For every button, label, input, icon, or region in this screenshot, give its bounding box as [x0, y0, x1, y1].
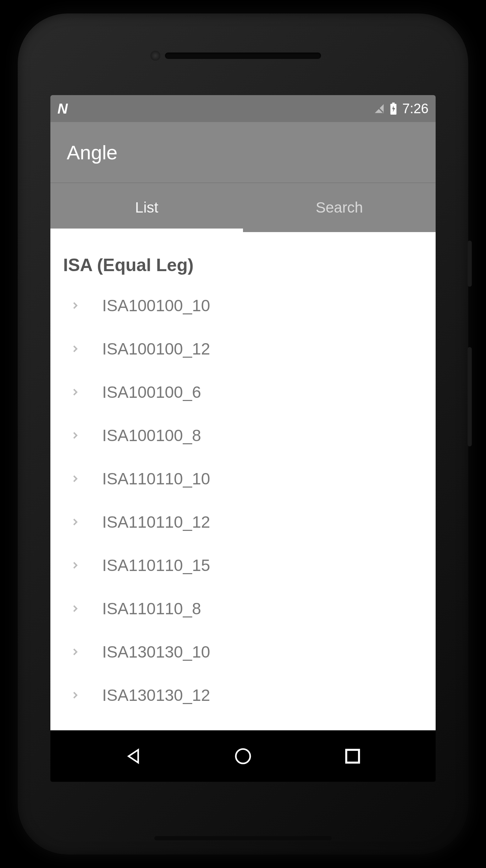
chevron-right-icon: [68, 648, 82, 656]
volume-button: [468, 347, 472, 446]
list-item-label: ISA100100_6: [82, 383, 201, 402]
phone-frame: N 7:26 Angle: [0, 0, 486, 868]
status-left: N: [57, 101, 67, 117]
list-item[interactable]: ISA110110_10: [50, 457, 436, 500]
status-bar: N 7:26: [50, 95, 436, 122]
bottom-speaker-grille: [154, 836, 332, 840]
camera-icon: [150, 51, 160, 61]
tab-search-label: Search: [316, 199, 363, 216]
list-item[interactable]: ISA130130_10: [50, 630, 436, 674]
list-item-label: ISA100100_8: [82, 426, 201, 445]
nav-bar: [50, 730, 436, 782]
svg-rect-1: [392, 103, 395, 104]
chevron-right-icon: [68, 301, 82, 310]
list-item[interactable]: ISA110110_8: [50, 587, 436, 630]
tab-search[interactable]: Search: [243, 183, 436, 232]
tab-indicator: [50, 229, 243, 232]
chevron-right-icon: [68, 431, 82, 440]
app-header: Angle: [50, 122, 436, 182]
no-sim-icon: [374, 103, 385, 114]
power-button: [468, 241, 472, 287]
list-item-label: ISA130130_12: [82, 686, 210, 705]
chevron-right-icon: [68, 691, 82, 699]
list-item[interactable]: ISA130130_12: [50, 674, 436, 717]
tab-list[interactable]: List: [50, 183, 243, 232]
svg-point-2: [236, 749, 250, 763]
list-item-label: ISA100100_10: [82, 296, 210, 315]
chevron-right-icon: [68, 561, 82, 570]
tab-bar: List Search: [50, 182, 436, 232]
android-n-icon: N: [57, 101, 67, 116]
chevron-right-icon: [68, 518, 82, 526]
phone-body: N 7:26 Angle: [18, 13, 468, 855]
list-item[interactable]: ISA110110_15: [50, 544, 436, 587]
svg-rect-3: [346, 750, 359, 763]
chevron-right-icon: [68, 474, 82, 483]
viewport: N 7:26 Angle: [0, 0, 486, 868]
list-item-label: ISA130130_10: [82, 642, 210, 661]
nav-back-button[interactable]: [112, 735, 155, 778]
status-right: 7:26: [374, 101, 429, 116]
list-item[interactable]: ISA110110_12: [50, 500, 436, 544]
phone-top-area: [108, 38, 378, 70]
list-item[interactable]: ISA100100_10: [50, 284, 436, 327]
list-item-label: ISA100100_12: [82, 339, 210, 358]
list-item[interactable]: ISA100100_8: [50, 414, 436, 457]
nav-recent-button[interactable]: [331, 735, 374, 778]
chevron-right-icon: [68, 345, 82, 353]
nav-home-button[interactable]: [222, 735, 264, 778]
list-item-label: ISA110110_15: [82, 556, 210, 575]
chevron-right-icon: [68, 388, 82, 396]
list-item-label: ISA110110_8: [82, 599, 201, 618]
content-area[interactable]: ISA (Equal Leg) ISA100100_10 ISA100100_1…: [50, 232, 436, 730]
tab-list-label: List: [135, 199, 158, 216]
section-header: ISA (Equal Leg): [50, 246, 436, 284]
chevron-right-icon: [68, 604, 82, 613]
status-clock: 7:26: [402, 101, 429, 116]
list-item-label: ISA110110_12: [82, 512, 210, 532]
battery-charging-icon: [390, 103, 397, 115]
list-item[interactable]: ISA100100_12: [50, 327, 436, 370]
app-title: Angle: [67, 141, 117, 164]
screen: N 7:26 Angle: [50, 95, 436, 782]
list-item[interactable]: ISA100100_6: [50, 370, 436, 414]
list-item-label: ISA110110_10: [82, 469, 210, 488]
speaker-grille: [165, 53, 321, 59]
